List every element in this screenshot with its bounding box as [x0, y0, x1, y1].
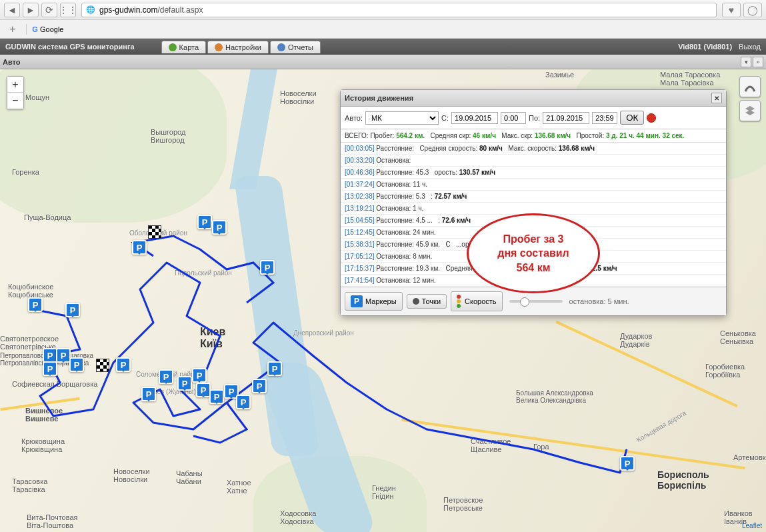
label-m-tarasovka: Малая ТарасовкаМала Тарасівка [660, 71, 720, 87]
layers-button[interactable] [739, 100, 761, 121]
stop-duration-label: остановка: 5 мин. [569, 297, 629, 305]
profile-button[interactable]: ◯ [743, 3, 762, 17]
parking-marker[interactable]: P [65, 303, 80, 317]
parking-marker[interactable]: P [56, 348, 71, 363]
parking-marker[interactable]: P [43, 361, 57, 376]
label-petrovske: ПетровскоеПетровське [443, 496, 483, 512]
history-row[interactable]: [13:02:38] Расстояние: 5.3 : 72.57 км/ч [341, 191, 726, 203]
map-canvas[interactable]: КиевКиїв ВышгородВишгород НовоселкиНовос… [0, 69, 766, 532]
parking-marker[interactable]: P [177, 376, 192, 391]
time-from-input[interactable] [501, 112, 526, 124]
time-to-input[interactable] [592, 112, 617, 124]
points-toggle-button[interactable]: Точки [407, 294, 447, 309]
zoom-out-button[interactable]: − [7, 93, 23, 109]
nav-apps-button[interactable]: ⋮⋮ [60, 3, 76, 17]
vehicle-panel-title: Авто [3, 58, 21, 66]
record-stop-button[interactable] [647, 113, 656, 123]
parking-marker[interactable]: P [141, 387, 156, 401]
history-title: История движения [345, 94, 413, 102]
parking-marker[interactable]: P [267, 361, 282, 376]
label-hatne: ХатноеХатне [227, 479, 251, 495]
history-row[interactable]: [00:33:20] Остановка: [341, 155, 726, 167]
browser-nav-bar: ◄ ► ⟳ ⋮⋮ 🌐 gps-gudwin.com/default.aspx ♥… [0, 0, 766, 20]
url-bar[interactable]: 🌐 gps-gudwin.com/default.aspx [81, 3, 717, 17]
label-gorenka: Горенка [12, 168, 39, 176]
history-close-button[interactable]: ✕ [711, 93, 722, 103]
app-title: GUDWIN система GPS мониторинга [5, 43, 135, 51]
parking-marker[interactable]: P [236, 395, 251, 409]
label-chabany: ЧабаныЧабани [176, 469, 203, 485]
road-layer-button[interactable] [739, 76, 761, 97]
date-to-input[interactable] [543, 112, 589, 124]
tab-settings[interactable]: Настройки [207, 41, 269, 53]
dot-icon [413, 298, 419, 305]
history-row[interactable]: [00:46:36] Расстояние: 45.3 орость: 130.… [341, 167, 726, 179]
label-kotsub: КоцюбинскоеКоцюбинське [8, 283, 53, 299]
from-label: С: [441, 114, 449, 122]
date-from-input[interactable] [451, 112, 498, 124]
label-hodosivka: ХодосовкаХодосівка [280, 509, 316, 525]
label-novosilky: НовоселкиНовосілки [280, 89, 317, 105]
app-header: GUDWIN система GPS мониторинга Карта Нас… [0, 39, 766, 55]
nav-forward-button[interactable]: ► [23, 3, 39, 17]
ok-button[interactable]: ОК [620, 111, 644, 125]
tab-reports[interactable]: Отчеты [270, 41, 321, 53]
parking-marker[interactable]: P [132, 240, 147, 255]
parking-marker[interactable]: P [260, 260, 275, 275]
history-panel-header[interactable]: История движения ✕ [341, 90, 726, 107]
label-vyshgorod: ВышгородВишгород [151, 128, 185, 144]
new-tab-button[interactable]: + [4, 23, 21, 35]
report-icon [277, 43, 285, 51]
vehicle-dropdown-toggle[interactable]: ▾ [741, 57, 751, 67]
parking-icon: P [351, 295, 363, 307]
nav-back-button[interactable]: ◄ [4, 3, 20, 17]
parking-marker[interactable]: P [69, 357, 84, 372]
vehicle-select[interactable]: МК [365, 111, 439, 125]
leaflet-attribution[interactable]: Leaflet [742, 522, 762, 529]
label-gorobievka: ГоробиевкаГоробіївка [705, 363, 745, 379]
nav-reload-button[interactable]: ⟳ [41, 3, 57, 17]
label-gora: Гора [533, 443, 549, 451]
zoom-in-button[interactable]: + [7, 77, 23, 93]
parking-marker[interactable]: P [620, 456, 635, 471]
favorite-button[interactable]: ♥ [722, 3, 741, 17]
parking-marker[interactable]: P [252, 379, 267, 393]
label-novosilky2: НовоселкиНовосілки [113, 467, 150, 483]
history-row[interactable]: [00:03:05] Расстояние: Средняя скорость:… [341, 143, 726, 155]
markers-toggle-button[interactable]: PМаркеры [345, 292, 403, 311]
history-row[interactable]: [01:37:24] Остановка: 11 ч. [341, 179, 726, 191]
label-dnipr: Днепровский район [293, 329, 354, 337]
finish-flag-marker[interactable] [96, 359, 109, 372]
label-kryukov: КрюковщинаКрюківщина [21, 437, 65, 453]
user-label: Vid801 (Vid801) [678, 43, 732, 51]
speed-toggle-button[interactable]: Скорость [451, 291, 503, 311]
parking-marker[interactable]: P [197, 215, 212, 229]
vehicle-panel-expand[interactable]: » [753, 57, 763, 67]
finish-flag-marker[interactable] [148, 225, 161, 239]
parking-marker[interactable]: P [43, 348, 57, 363]
label-gnedin: ГнединГнідин [372, 484, 396, 500]
history-totals: ВСЕГО: Пробег: 564.2 км. Средняя скр: 46… [341, 129, 726, 143]
parking-marker[interactable]: P [116, 357, 131, 372]
parking-marker[interactable]: P [159, 369, 173, 384]
parking-marker[interactable]: P [196, 383, 211, 397]
parking-marker[interactable]: P [212, 220, 227, 235]
tab-map[interactable]: Карта [161, 41, 206, 53]
parking-marker[interactable]: P [192, 368, 207, 383]
label-moshun: Мощун [25, 93, 49, 101]
parking-marker[interactable]: P [28, 297, 43, 312]
label-dudarkov: ДударковДударків [620, 332, 652, 348]
stop-duration-slider[interactable] [509, 300, 563, 303]
auto-label: Авто: [345, 114, 363, 122]
label-zazymie: Зазимье [545, 71, 574, 79]
history-filter-bar: Авто: МК С: По: ОК [341, 107, 726, 129]
label-boryspil: БориспольБориспіль [657, 469, 709, 491]
parking-marker[interactable]: P [209, 389, 224, 404]
map-side-tools [739, 76, 761, 121]
google-bookmark[interactable]: G Google [32, 25, 63, 33]
url-text: gps-gudwin.com/default.aspx [99, 5, 203, 15]
label-podil: Подольский район [175, 269, 232, 277]
label-tarasovka: ТарасовкаТарасівка [12, 477, 47, 493]
globe-icon [169, 43, 177, 51]
logout-link[interactable]: Выход [739, 43, 761, 51]
